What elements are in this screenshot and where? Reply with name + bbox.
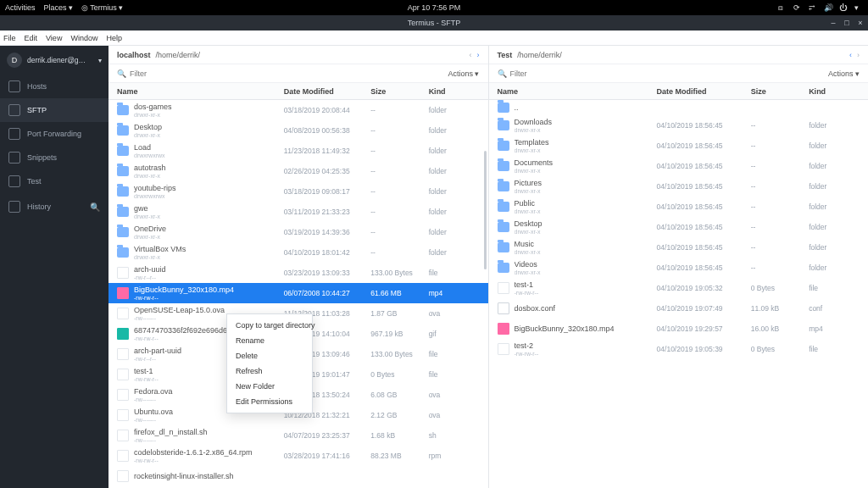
file-row[interactable]: Desktopdrwxr-xr-x04/08/2019 00:56:38--fo… — [108, 120, 488, 141]
local-actions-dropdown[interactable]: Actions ▾ — [448, 69, 479, 78]
network-tray-icon[interactable]: ⥂ — [809, 3, 817, 12]
file-row[interactable]: test-1-rw-rw-r--04/10/2019 19:05:320 Byt… — [489, 278, 869, 298]
local-forward-button[interactable]: › — [477, 51, 480, 59]
menu-help[interactable]: Help — [106, 34, 122, 42]
file-name: dos-games — [134, 103, 172, 111]
sidebar-item-history[interactable]: History🔍 — [0, 195, 108, 219]
file-permissions: drwxr-xr-x — [515, 269, 541, 275]
file-row[interactable]: OneDrivedrwxr-xr-x03/19/2019 14:39:36--f… — [108, 222, 488, 242]
sidebar-item-hosts[interactable]: Hosts — [0, 75, 108, 98]
remote-file-list[interactable]: ..Downloadsdrwxr-xr-x04/10/2019 18:56:45… — [489, 100, 869, 488]
file-row[interactable]: Downloadsdrwxr-xr-x04/10/2019 18:56:45--… — [489, 115, 869, 136]
file-size: 2.12 GB — [370, 411, 428, 419]
window-maximize-button[interactable]: □ — [843, 19, 851, 27]
local-host-label[interactable]: localhost — [117, 51, 151, 59]
file-row[interactable]: youtube-ripsdrwxrwxrwx03/18/2019 09:08:1… — [108, 181, 488, 202]
updates-tray-icon[interactable]: ⟳ — [793, 3, 802, 12]
file-row[interactable]: Picturesdrwxr-xr-x04/10/2019 18:56:45--f… — [489, 176, 869, 197]
remote-forward-button[interactable]: › — [857, 51, 860, 59]
file-row[interactable]: Documentsdrwxr-xr-x04/10/2019 18:56:45--… — [489, 156, 869, 176]
context-menu-item-edit-permissions[interactable]: Edit Permissions — [227, 394, 312, 409]
file-size: 16.00 kB — [751, 324, 809, 333]
remote-columns-header[interactable]: Name Date Modified Size Kind — [489, 83, 869, 100]
remote-actions-dropdown[interactable]: Actions ▾ — [828, 69, 860, 78]
system-menu-chevron-icon[interactable]: ▾ — [854, 3, 863, 12]
sidebar-item-sftp[interactable]: SFTP — [0, 98, 108, 122]
context-menu[interactable]: Copy to target directoryRenameDeleteRefr… — [226, 313, 313, 413]
local-path[interactable]: /home/derrik/ — [156, 51, 201, 59]
local-columns-header[interactable]: Name Date Modified Size Kind — [108, 83, 488, 100]
menu-window[interactable]: Window — [70, 34, 97, 42]
col-date[interactable]: Date Modified — [284, 87, 371, 96]
file-row[interactable]: BigBuckBunny_320x180.mp4-rw-rw-r--06/07/… — [108, 283, 488, 303]
sidebar-item-port-forwarding[interactable]: Port Forwarding — [0, 122, 108, 146]
scrollbar[interactable] — [484, 151, 487, 269]
context-menu-item-refresh[interactable]: Refresh — [227, 363, 312, 379]
context-menu-item-copy-to-target-directory[interactable]: Copy to target directory — [227, 318, 312, 333]
file-size: 0 Bytes — [370, 370, 428, 379]
file-name: dosbox.conf — [515, 305, 556, 313]
local-back-button[interactable]: ‹ — [470, 51, 472, 59]
remote-path[interactable]: /home/derrik/ — [517, 51, 562, 59]
remote-filter-input[interactable] — [510, 69, 825, 78]
context-menu-item-rename[interactable]: Rename — [227, 333, 312, 348]
menu-view[interactable]: View — [46, 34, 62, 42]
file-row[interactable]: arch-uuid-rw-r--r--03/23/2019 13:09:3313… — [108, 263, 488, 283]
folder-icon — [498, 202, 509, 212]
sidebar-item-snippets[interactable]: Snippets — [0, 146, 108, 169]
file-size: -- — [370, 248, 428, 257]
file-row[interactable]: firefox_dl_n_install.sh-rw-------04/07/2… — [108, 425, 488, 446]
local-file-list[interactable]: dos-gamesdrwxr-xr-x03/18/2019 20:08:44--… — [108, 100, 488, 488]
col-name[interactable]: Name — [117, 87, 284, 96]
file-date: 03/18/2019 20:08:44 — [284, 106, 371, 114]
dropbox-tray-icon[interactable]: ⧈ — [778, 3, 787, 12]
menu-file[interactable]: File — [3, 34, 16, 42]
file-row[interactable]: dosbox.conf04/10/2019 19:07:4911.09 kBco… — [489, 298, 869, 319]
places-menu[interactable]: Places ▾ — [44, 3, 74, 12]
col-kind[interactable]: Kind — [809, 87, 860, 96]
up-directory[interactable]: .. — [489, 100, 869, 115]
file-name: gwe — [134, 205, 160, 213]
activities-button[interactable]: Activities — [5, 3, 36, 12]
file-name: Load — [134, 144, 165, 152]
file-row[interactable]: Desktopdrwxr-xr-x04/10/2019 18:56:45--fo… — [489, 217, 869, 237]
window-close-button[interactable]: × — [856, 19, 865, 27]
file-row[interactable]: BigBuckBunny_320x180.mp404/10/2019 19:29… — [489, 319, 869, 339]
folder-icon — [498, 242, 509, 252]
col-size[interactable]: Size — [751, 87, 809, 96]
file-name: BigBuckBunny_320x180.mp4 — [515, 325, 615, 333]
col-size[interactable]: Size — [370, 87, 428, 96]
termius-appmenu[interactable]: ◎ Termius ▾ — [81, 3, 123, 12]
col-name[interactable]: Name — [498, 87, 657, 96]
file-row[interactable]: gwedrwxr-xr-x03/11/2019 21:33:23--folder — [108, 202, 488, 222]
sidebar-item-test[interactable]: Test — [0, 169, 108, 193]
file-row[interactable]: codelobsteride-1.6.1-2.x86_64.rpm-rw-rw-… — [108, 446, 488, 466]
clock[interactable]: Apr 10 7:56 PM — [408, 3, 461, 12]
file-row[interactable]: VirtualBox VMsdrwxr-xr-x04/10/2019 18:01… — [108, 242, 488, 263]
menu-edit[interactable]: Edit — [25, 34, 38, 42]
file-row[interactable]: autotrashdrwxr-xr-x02/26/2019 04:25:35--… — [108, 161, 488, 181]
file-row[interactable]: dos-gamesdrwxr-xr-x03/18/2019 20:08:44--… — [108, 100, 488, 120]
context-menu-item-new-folder[interactable]: New Folder — [227, 379, 312, 394]
remote-host-label[interactable]: Test — [498, 51, 513, 59]
window-minimize-button[interactable]: – — [829, 19, 837, 27]
volume-tray-icon[interactable]: 🔊 — [824, 3, 832, 12]
remote-back-button[interactable]: ‹ — [849, 51, 852, 59]
col-kind[interactable]: Kind — [429, 87, 480, 96]
file-row[interactable]: test-2-rw-rw-r--04/10/2019 19:05:390 Byt… — [489, 339, 869, 359]
file-row[interactable]: Templatesdrwxr-xr-x04/10/2019 18:56:45--… — [489, 136, 869, 156]
power-tray-icon[interactable]: ⏻ — [839, 3, 848, 12]
col-date[interactable]: Date Modified — [657, 87, 751, 96]
account-switcher[interactable]: D derrik.diener@gmail.com ▾ — [0, 46, 108, 75]
local-filter-input[interactable] — [130, 69, 444, 78]
file-row[interactable]: Loaddrwxrwxrwx11/23/2018 11:49:32--folde… — [108, 141, 488, 161]
file-kind: folder — [809, 223, 860, 231]
history-search-icon[interactable]: 🔍 — [90, 202, 100, 212]
file-row[interactable]: rocketinsight-linux-installer.sh — [108, 466, 488, 486]
window-titlebar[interactable]: Termius - SFTP – □ × — [0, 15, 868, 30]
file-row[interactable]: Musicdrwxr-xr-x04/10/2019 18:56:45--fold… — [489, 237, 869, 258]
file-row[interactable]: Publicdrwxr-xr-x04/10/2019 18:56:45--fol… — [489, 197, 869, 217]
file-row[interactable]: Videosdrwxr-xr-x04/10/2019 18:56:45--fol… — [489, 258, 869, 278]
context-menu-item-delete[interactable]: Delete — [227, 348, 312, 363]
file-kind: folder — [429, 106, 480, 114]
